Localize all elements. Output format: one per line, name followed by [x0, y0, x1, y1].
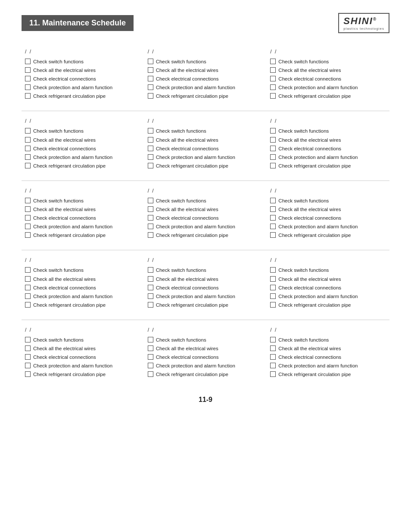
checkbox[interactable] [148, 371, 153, 377]
checkbox[interactable] [25, 371, 31, 377]
checkbox[interactable] [270, 93, 276, 99]
list-item: Check electrical connections [270, 284, 386, 291]
checkbox[interactable] [148, 232, 153, 238]
checkbox[interactable] [270, 293, 276, 299]
list-item: Check protection and alarm function [25, 84, 141, 91]
list-item: Check electrical connections [148, 354, 264, 361]
checklist-col-4-3: / / Check switch functions Check all the… [267, 255, 389, 313]
checkbox[interactable] [148, 215, 153, 221]
item-label: Check protection and alarm function [156, 293, 235, 300]
checkbox[interactable] [148, 363, 153, 368]
item-label: Check electrical connections [156, 284, 219, 291]
list-item: Check protection and alarm function [25, 293, 141, 300]
checkbox[interactable] [25, 232, 31, 238]
checkbox[interactable] [270, 345, 276, 351]
checkbox[interactable] [148, 198, 153, 203]
item-label: Check refrigerant circulation pipe [33, 232, 106, 239]
checkbox[interactable] [25, 154, 31, 160]
checkbox[interactable] [25, 363, 31, 368]
divider [22, 320, 389, 320]
checkbox[interactable] [25, 293, 31, 299]
list-item: Check refrigerant circulation pipe [148, 371, 264, 378]
date-field: / / [270, 49, 386, 55]
checkbox[interactable] [148, 128, 153, 134]
list-item: Check switch functions [148, 128, 264, 134]
list-item: Check all the electrical wires [270, 137, 386, 143]
checkbox[interactable] [25, 267, 31, 273]
checkbox[interactable] [148, 337, 153, 342]
checkbox[interactable] [270, 267, 276, 273]
list-item: Check all the electrical wires [270, 67, 386, 74]
checkbox[interactable] [148, 154, 153, 160]
checkbox[interactable] [270, 84, 276, 90]
checkbox[interactable] [270, 363, 276, 368]
checkbox[interactable] [148, 76, 153, 81]
checkbox[interactable] [25, 285, 31, 290]
checkbox[interactable] [148, 267, 153, 273]
checkbox[interactable] [148, 206, 153, 212]
checkbox[interactable] [148, 224, 153, 229]
checkbox[interactable] [25, 137, 31, 143]
logo-text: SHINI® [343, 16, 384, 27]
checkbox[interactable] [270, 371, 276, 377]
checklist-row-1: / / Check switch functions Check all the… [22, 46, 389, 105]
item-label: Check protection and alarm function [278, 84, 358, 91]
checkbox[interactable] [148, 276, 153, 282]
checkbox[interactable] [25, 345, 31, 351]
checkbox[interactable] [148, 293, 153, 299]
checkbox[interactable] [270, 337, 276, 342]
checkbox[interactable] [270, 302, 276, 308]
checkbox[interactable] [25, 215, 31, 221]
checkbox[interactable] [148, 345, 153, 351]
checkbox[interactable] [270, 276, 276, 282]
checkbox[interactable] [270, 224, 276, 229]
checkbox[interactable] [148, 59, 153, 64]
checkbox[interactable] [25, 337, 31, 342]
list-item: Check all the electrical wires [270, 276, 386, 283]
checkbox[interactable] [148, 285, 153, 290]
checkbox[interactable] [148, 302, 153, 308]
checkbox[interactable] [270, 67, 276, 73]
checkbox[interactable] [148, 163, 153, 168]
checkbox[interactable] [148, 354, 153, 360]
checkbox[interactable] [25, 354, 31, 360]
checkbox[interactable] [25, 206, 31, 212]
checkbox[interactable] [25, 84, 31, 90]
checkbox[interactable] [270, 206, 276, 212]
item-label: Check switch functions [33, 197, 84, 204]
checkbox[interactable] [270, 76, 276, 81]
checkbox[interactable] [270, 215, 276, 221]
checkbox[interactable] [270, 146, 276, 151]
checkbox[interactable] [25, 59, 31, 64]
checkbox[interactable] [25, 146, 31, 151]
checkbox[interactable] [270, 198, 276, 203]
item-label: Check all the electrical wires [33, 206, 96, 213]
checklist-row-3: / / Check switch functions Check all the… [22, 185, 389, 244]
checkbox[interactable] [148, 84, 153, 90]
item-label: Check refrigerant circulation pipe [278, 371, 351, 378]
item-label: Check switch functions [156, 128, 206, 134]
checkbox[interactable] [25, 76, 31, 81]
logo-main: SHINI [343, 16, 373, 26]
checkbox[interactable] [25, 128, 31, 134]
checkbox[interactable] [25, 67, 31, 73]
checkbox[interactable] [148, 146, 153, 151]
date-field: / / [270, 188, 386, 194]
checkbox[interactable] [270, 163, 276, 168]
checkbox[interactable] [148, 93, 153, 99]
checkbox[interactable] [25, 93, 31, 99]
checkbox[interactable] [270, 154, 276, 160]
checkbox[interactable] [270, 59, 276, 64]
checkbox[interactable] [270, 232, 276, 238]
checkbox[interactable] [270, 285, 276, 290]
checkbox[interactable] [25, 198, 31, 203]
checkbox[interactable] [148, 137, 153, 143]
checkbox[interactable] [270, 128, 276, 134]
checkbox[interactable] [25, 163, 31, 168]
checkbox[interactable] [25, 302, 31, 308]
checkbox[interactable] [270, 137, 276, 143]
checkbox[interactable] [148, 67, 153, 73]
checkbox[interactable] [25, 276, 31, 282]
checkbox[interactable] [270, 354, 276, 360]
checkbox[interactable] [25, 224, 31, 229]
